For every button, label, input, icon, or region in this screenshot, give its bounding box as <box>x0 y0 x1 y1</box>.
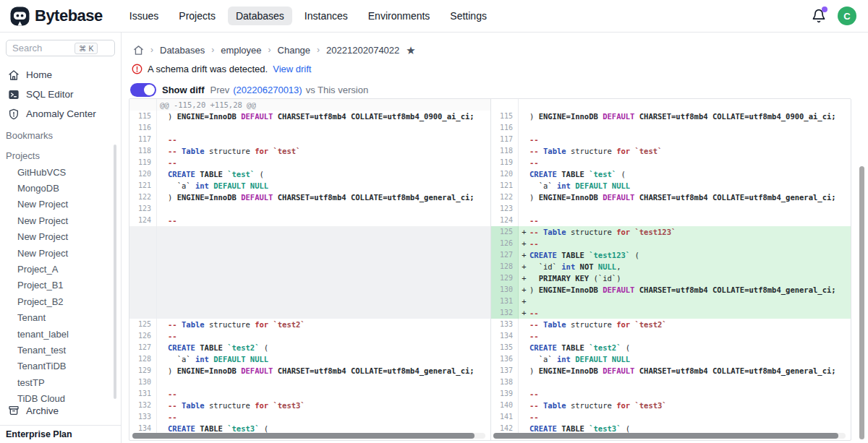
archive-icon <box>8 405 20 416</box>
sidebar-item-project-githubvcs[interactable]: GitHubVCS <box>0 164 121 180</box>
diff-marker <box>157 272 168 284</box>
line-number <box>129 296 157 307</box>
diff-line-placeholder <box>129 284 490 296</box>
diff-marker <box>157 215 168 226</box>
breadcrumb-item-databases[interactable]: Databases <box>160 45 205 56</box>
diff-line: 140-- Table structure for `test3` <box>491 400 851 411</box>
code-text: CREATE TABLE `test123` ( <box>529 249 639 261</box>
diff-marker <box>157 319 168 330</box>
diff-line: 118-- Table structure for `test` <box>491 145 851 157</box>
diff-line: 130 <box>129 377 490 388</box>
view-drift-link[interactable]: View drift <box>273 64 311 74</box>
show-diff-label: Show diff <box>162 85 205 95</box>
code-text: `a` int DEFAULT NULL <box>529 353 630 365</box>
sidebar-item-project-testtp[interactable]: testTP <box>0 374 121 390</box>
diff-line-added: 127+CREATE TABLE `test123` ( <box>491 249 851 261</box>
diff-marker <box>519 180 529 192</box>
prev-version-link[interactable]: (202206270013) <box>233 85 302 95</box>
nav-item-instances[interactable]: Instances <box>297 7 356 25</box>
sidebar-item-project-new-project[interactable]: New Project <box>0 197 121 212</box>
diff-marker: + <box>519 249 529 261</box>
bookmark-star-icon[interactable]: ★ <box>406 45 415 56</box>
diff-line: 137) ENGINE=InnoDB DEFAULT CHARSET=utf8m… <box>491 365 851 377</box>
main-content: › Databases › employee › Change › 202212… <box>122 33 868 443</box>
sidebar-item-archive[interactable]: Archive <box>0 403 121 418</box>
sidebar-item-project-tenanttidb[interactable]: TenantTiDB <box>0 358 121 374</box>
diff-line: 123 <box>129 203 490 215</box>
nav-item-environments[interactable]: Environments <box>360 7 438 25</box>
code-text: -- <box>168 388 177 400</box>
line-number: 118 <box>129 145 157 157</box>
code-text: ) ENGINE=InnoDB DEFAULT CHARSET=utf8mb4 … <box>168 192 475 203</box>
code-text: @@ -115,20 +115,28 @@ <box>157 99 256 111</box>
diff-marker <box>519 388 529 400</box>
code-text: -- <box>529 330 539 342</box>
code-text: `a` int DEFAULT NULL <box>529 180 630 192</box>
diff-line-placeholder <box>129 249 490 261</box>
nav-item-databases[interactable]: Databases <box>228 7 292 25</box>
diff-line-added: 130+) ENGINE=InnoDB DEFAULT CHARSET=utf8… <box>491 284 851 296</box>
diff-line-added: 132+-- <box>491 307 851 319</box>
terminal-icon <box>8 89 20 100</box>
archive-label: Archive <box>26 405 59 416</box>
sidebar-item-home[interactable]: Home <box>0 65 121 85</box>
code-text: -- <box>168 134 177 145</box>
diff-line: 141-- <box>491 411 851 423</box>
code-text: -- <box>529 134 539 145</box>
nav-item-projects[interactable]: Projects <box>171 7 224 25</box>
diff-line: 133-- Table structure for `test2` <box>491 319 851 330</box>
diff-marker <box>519 411 529 423</box>
toggle-knob <box>144 85 155 95</box>
diff-marker <box>157 296 168 307</box>
brand-name: Bytebase <box>35 7 103 25</box>
line-number <box>129 249 157 261</box>
sidebar-item-project-new-project[interactable]: New Project <box>0 229 121 245</box>
search-box[interactable]: ⌘ K <box>6 40 115 56</box>
line-number: 118 <box>491 145 519 157</box>
line-number: 131 <box>129 388 157 400</box>
search-input[interactable] <box>12 43 75 53</box>
sidebar-scrollbar[interactable] <box>114 145 116 399</box>
sidebar-item-project-new-project[interactable]: New Project <box>0 212 121 228</box>
breadcrumb-item-change[interactable]: Change <box>278 45 311 56</box>
diff-controls: Show diff Prev (202206270013) vs This ve… <box>130 82 868 97</box>
diff-marker <box>519 365 529 377</box>
nav-item-issues[interactable]: Issues <box>122 7 166 25</box>
code-text: -- Table structure for `test3` <box>168 400 305 411</box>
sidebar-item-anomaly-center[interactable]: Anomaly Center <box>0 104 121 124</box>
sidebar-item-project-tenant[interactable]: Tenant <box>0 310 121 326</box>
diff-marker: + <box>519 272 529 284</box>
sidebar-item-project-project_a[interactable]: Project_A <box>0 261 121 277</box>
diff-line: 122) ENGINE=InnoDB DEFAULT CHARSET=utf8m… <box>491 192 851 203</box>
line-number: 119 <box>491 157 519 168</box>
breadcrumb-item-employee[interactable]: employee <box>221 45 261 56</box>
notifications-button[interactable] <box>812 9 826 23</box>
main-nav: IssuesProjectsDatabasesInstancesEnvironm… <box>122 7 495 25</box>
sidebar-menu: HomeSQL EditorAnomaly Center <box>0 65 121 124</box>
line-number: 120 <box>129 168 157 180</box>
show-diff-toggle[interactable] <box>130 83 156 97</box>
home-icon[interactable] <box>133 45 144 56</box>
sidebar-item-project-project_b2[interactable]: Project_B2 <box>0 293 121 309</box>
diff-line: 120CREATE TABLE `test` ( <box>129 168 490 180</box>
nav-item-settings[interactable]: Settings <box>442 7 495 25</box>
diff-marker: + <box>519 284 529 296</box>
code-text: -- <box>168 157 177 168</box>
breadcrumb-separator: › <box>268 45 271 55</box>
page-scrollbar[interactable] <box>859 166 864 439</box>
sidebar-item-project-tenant_label[interactable]: tenant_label <box>0 326 121 342</box>
avatar[interactable]: C <box>838 7 856 25</box>
diff-marker: + <box>519 238 529 249</box>
sidebar-item-project-new-project[interactable]: New Project <box>0 245 121 261</box>
sidebar-item-project-mongodb[interactable]: MongoDB <box>0 180 121 196</box>
alert-circle-icon <box>132 64 142 74</box>
right-hscroll-thumb[interactable] <box>493 433 838 439</box>
diff-panel-previous: @@ -115,20 +115,28 @@115) ENGINE=InnoDB … <box>129 99 490 440</box>
brand-logo[interactable]: Bytebase <box>0 7 103 26</box>
sidebar-item-sql-editor[interactable]: SQL Editor <box>0 85 121 104</box>
code-text: -- Table structure for `test2` <box>168 319 305 330</box>
left-hscroll-thumb[interactable] <box>132 433 475 439</box>
sidebar-item-project-project_b1[interactable]: Project_B1 <box>0 278 121 293</box>
line-number: 116 <box>491 122 519 134</box>
sidebar-item-project-tenant_test[interactable]: Tenant_test <box>0 342 121 358</box>
